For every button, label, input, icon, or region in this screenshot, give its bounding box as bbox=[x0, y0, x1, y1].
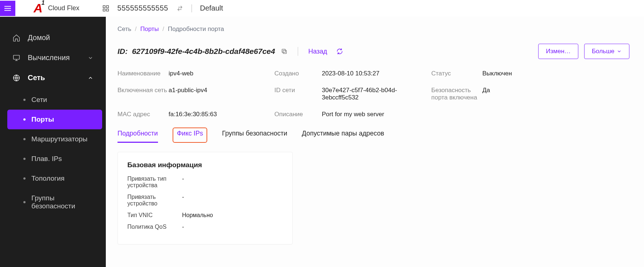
sidebar-sub-label: Группы безопасности bbox=[31, 194, 95, 210]
card-value-bind-type: - bbox=[182, 176, 184, 189]
sidebar-sub-label: Сети bbox=[31, 96, 47, 104]
info-label-mac: MAC адрес bbox=[117, 111, 169, 118]
project-number[interactable]: 555555555555 bbox=[117, 4, 168, 12]
content-area: Сеть / Порты / Подробности порта ID: 627… bbox=[106, 17, 644, 267]
back-link[interactable]: Назад bbox=[308, 48, 327, 55]
refresh-icon[interactable] bbox=[336, 48, 343, 55]
info-label-netid: ID сети bbox=[274, 87, 322, 101]
svg-rect-4 bbox=[14, 55, 20, 59]
sidebar-sub-label: Порты bbox=[31, 115, 54, 123]
card-label-bind-dev: Привязать устройство bbox=[127, 194, 175, 207]
swap-icon[interactable] bbox=[176, 5, 184, 12]
svg-rect-6 bbox=[283, 50, 286, 54]
divider bbox=[192, 4, 192, 12]
home-icon bbox=[12, 34, 20, 42]
tabs: Подробности Фикс IPs Группы безопасности… bbox=[117, 127, 644, 143]
info-grid: Наименование ipv4-web Создано 2023-08-10… bbox=[117, 70, 632, 118]
sidebar-sub-floating-ips[interactable]: Плав. IPs bbox=[7, 149, 102, 169]
edit-button[interactable]: Измен… bbox=[538, 44, 578, 59]
breadcrumb: Сеть / Порты / Подробности порта bbox=[117, 25, 644, 33]
card-value-vnic: Нормально bbox=[182, 212, 213, 219]
tab-allowed-pairs[interactable]: Допустимые пары адресов bbox=[302, 127, 384, 143]
sidebar-sub-label: Плав. IPs bbox=[31, 155, 62, 163]
chevron-down-icon bbox=[617, 49, 622, 54]
info-value-netid: 30e7e427-c5f7-46b2-b04d-3ebccff5c532 bbox=[322, 87, 431, 101]
sidebar-sub-label: Топология bbox=[31, 174, 65, 182]
info-label-name: Наименование bbox=[117, 70, 169, 77]
logo[interactable]: A1 Cloud Flex bbox=[34, 1, 80, 15]
logo-mark: A1 bbox=[34, 1, 44, 15]
hamburger-menu-button[interactable] bbox=[0, 1, 15, 16]
card-label-vnic: Тип VNIC bbox=[127, 212, 175, 219]
top-right-bar: 555555555555 Default bbox=[102, 4, 223, 12]
svg-rect-0 bbox=[103, 5, 105, 8]
divider bbox=[298, 47, 298, 56]
card-value-qos: - bbox=[182, 224, 184, 230]
info-label-status: Статус bbox=[431, 70, 482, 77]
info-value-portsec: Да bbox=[482, 87, 632, 101]
svg-rect-7 bbox=[282, 49, 285, 52]
sidebar-item-compute[interactable]: Вычисления bbox=[0, 48, 106, 68]
info-value-status: Выключен bbox=[482, 70, 632, 77]
tenant-selector[interactable]: Default bbox=[200, 4, 223, 12]
card-value-bind-dev: - bbox=[182, 194, 184, 207]
svg-rect-2 bbox=[103, 9, 105, 11]
sidebar-item-home[interactable]: Домой bbox=[0, 28, 106, 48]
card-title: Базовая информация bbox=[127, 161, 283, 169]
globe-icon bbox=[12, 74, 20, 82]
breadcrumb-sep: / bbox=[162, 25, 164, 33]
info-label-net: Включенная сеть bbox=[117, 87, 169, 101]
copy-icon[interactable] bbox=[281, 48, 288, 55]
grid-icon[interactable] bbox=[102, 5, 109, 12]
sidebar-sub-networks[interactable]: Сети bbox=[7, 90, 102, 110]
breadcrumb-sep: / bbox=[135, 25, 137, 33]
info-value-mac: fa:16:3e:30:85:63 bbox=[169, 111, 274, 118]
more-button[interactable]: Больше bbox=[584, 44, 629, 59]
tab-fixed-ips[interactable]: Фикс IPs bbox=[173, 127, 208, 143]
info-value-desc: Port for my web server bbox=[322, 111, 431, 118]
card-label-qos: Политика QoS bbox=[127, 224, 175, 230]
tab-sec-groups[interactable]: Группы безопасности bbox=[222, 127, 287, 143]
sidebar-label-network: Сеть bbox=[28, 74, 45, 82]
chevron-down-icon bbox=[88, 55, 93, 61]
info-label-portsec: Безопасность порта включена bbox=[431, 87, 482, 101]
sidebar-sub-routers[interactable]: Маршрутизаторы bbox=[7, 129, 102, 149]
breadcrumb-current: Подробности порта bbox=[168, 25, 224, 33]
sidebar-sublist-network: Сети Порты Маршрутизаторы Плав. IPs Топо… bbox=[0, 88, 106, 218]
tab-details[interactable]: Подробности bbox=[117, 127, 158, 143]
sidebar-item-network[interactable]: Сеть bbox=[0, 68, 106, 88]
breadcrumb-root[interactable]: Сеть bbox=[117, 25, 131, 33]
info-value-created: 2023-08-10 10:53:27 bbox=[322, 70, 431, 77]
sidebar: Домой Вычисления Сеть Сети Порты Маршрут… bbox=[0, 17, 106, 267]
sidebar-sub-sec-groups[interactable]: Группы безопасности bbox=[7, 188, 102, 216]
card-label-bind-type: Привязать тип устройства bbox=[127, 176, 175, 189]
sidebar-sub-ports[interactable]: Порты bbox=[7, 110, 102, 129]
info-label-created: Создано bbox=[274, 70, 322, 77]
basic-info-card: Базовая информация Привязать тип устройс… bbox=[117, 152, 293, 244]
info-value-name: ipv4-web bbox=[169, 70, 274, 77]
product-name: Cloud Flex bbox=[48, 4, 79, 12]
breadcrumb-ports[interactable]: Порты bbox=[140, 25, 159, 33]
sidebar-label-compute: Вычисления bbox=[28, 54, 70, 62]
sidebar-label-home: Домой bbox=[28, 34, 50, 42]
svg-rect-1 bbox=[106, 5, 108, 8]
hamburger-icon bbox=[4, 4, 12, 12]
info-value-net: a1-public-ipv4 bbox=[169, 87, 274, 101]
monitor-icon bbox=[12, 54, 20, 62]
chevron-up-icon bbox=[88, 75, 93, 81]
title-row: ID: 627109f9-42fe-4c4b-8b2b-cdaf48e67ce4… bbox=[117, 44, 644, 59]
port-id-label: ID: 627109f9-42fe-4c4b-8b2b-cdaf48e67ce4 bbox=[117, 47, 275, 56]
info-label-desc: Описание bbox=[274, 111, 322, 118]
sidebar-sub-topology[interactable]: Топология bbox=[7, 169, 102, 188]
sidebar-sub-label: Маршрутизаторы bbox=[31, 135, 88, 143]
svg-rect-3 bbox=[106, 9, 108, 11]
topbar: A1 Cloud Flex 555555555555 Default bbox=[0, 0, 644, 17]
